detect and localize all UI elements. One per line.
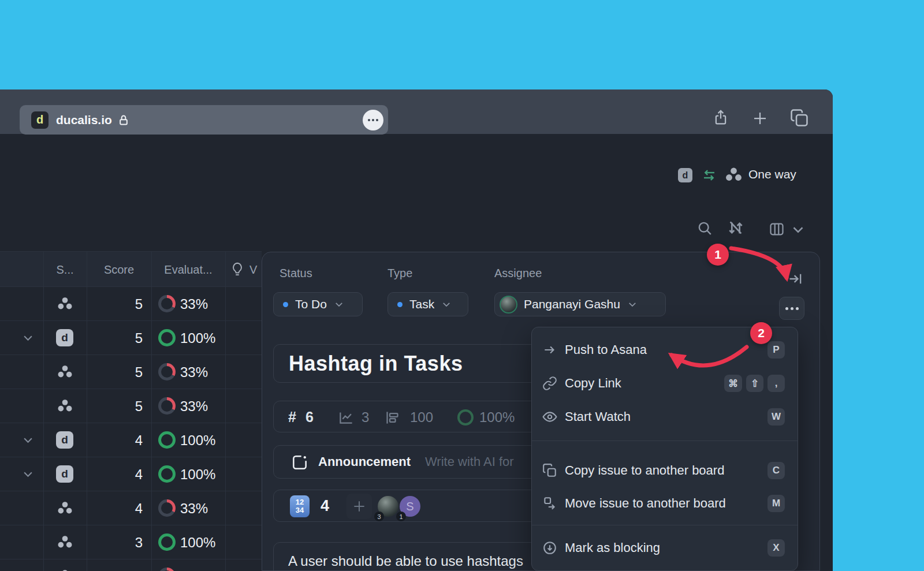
col-evaluation[interactable]: Evaluat...: [151, 252, 225, 288]
address-more-button[interactable]: [363, 110, 383, 130]
menu-separator: [532, 441, 798, 441]
assignee-value: Panganayi Gashu: [524, 297, 620, 311]
menu-item-start-watch[interactable]: Start Watch W: [532, 402, 798, 432]
progress-ring: [158, 533, 176, 551]
asana-source-icon: [57, 364, 73, 379]
progress-ring: [158, 397, 176, 415]
status-value: To Do: [295, 297, 327, 311]
score-cell: 4: [87, 457, 143, 491]
asana-logo-icon: [725, 166, 742, 182]
progress-ring: [158, 363, 176, 380]
menu-separator: [532, 525, 798, 525]
plus-icon: [352, 499, 367, 514]
score-cell: 5: [87, 355, 143, 389]
collapse-panel-icon[interactable]: [788, 271, 804, 287]
percent-cell: 33%: [180, 355, 208, 389]
status-dropdown[interactable]: To Do: [273, 292, 363, 316]
type-dropdown[interactable]: Task: [388, 292, 468, 316]
asana-source-icon: [57, 398, 73, 413]
effort-bars-icon: [385, 410, 400, 426]
score-cell: [87, 559, 143, 571]
menu-item-copy-link[interactable]: Copy Link ⌘ ⇧ ,: [532, 368, 798, 398]
announcement-icon: [290, 453, 309, 472]
expand-chevron-icon[interactable]: [23, 437, 33, 443]
progress-ring: [158, 499, 176, 517]
menu-item-move-issue[interactable]: Move issue to another board M: [532, 488, 798, 518]
shortcut-key: X: [767, 539, 785, 557]
description-text: A user should be able to use hashtags: [288, 553, 523, 569]
progress-ring: [158, 295, 176, 312]
issue-number: 6: [305, 401, 314, 433]
col-source[interactable]: S...: [43, 252, 87, 288]
col-score[interactable]: Score: [87, 252, 151, 288]
address-bar[interactable]: d ducalis.io: [20, 105, 388, 135]
expand-chevron-icon[interactable]: [23, 335, 33, 341]
table-header: S... Score Evaluat... V: [0, 251, 262, 287]
url-text: ducalis.io: [56, 113, 112, 127]
asana-source-icon: [57, 296, 73, 311]
share-icon[interactable]: [712, 107, 729, 128]
completion-value: 100%: [479, 401, 515, 433]
shortcut-key: P: [767, 341, 785, 359]
score-cell: 4: [87, 491, 143, 525]
assignee-avatar: [500, 296, 517, 314]
search-icon[interactable]: [696, 220, 713, 237]
sort-off-icon[interactable]: [726, 219, 745, 237]
menu-item-copy-issue[interactable]: Copy issue to another board C: [532, 456, 798, 486]
table-row[interactable]: 5 33%: [0, 355, 262, 389]
issue-context-menu: Push to Asana P Copy Link ⌘ ⇧ , Start Wa…: [531, 327, 798, 571]
percent-cell: 100%: [180, 525, 215, 559]
shortcut-key: ,: [767, 375, 785, 392]
issue-more-button[interactable]: [779, 297, 804, 320]
table-row[interactable]: 33%: [0, 559, 262, 571]
eye-icon: [542, 409, 557, 424]
percent-cell: 33%: [180, 491, 208, 525]
evaluator-badge: 1: [396, 512, 406, 521]
new-tab-icon[interactable]: [751, 110, 769, 127]
progress-ring: [158, 329, 176, 346]
tab-overview-icon[interactable]: [789, 108, 809, 128]
ducalis-source-icon: d: [56, 465, 73, 483]
percent-cell: 100%: [180, 321, 215, 355]
table-row[interactable]: 4 33%: [0, 491, 262, 525]
assignee-label: Assignee: [494, 267, 542, 280]
asana-source-icon: [57, 569, 73, 571]
columns-icon[interactable]: [768, 221, 785, 237]
type-value: Task: [409, 297, 434, 311]
table-row[interactable]: d 4 100%: [0, 457, 262, 491]
menu-item-mark-blocking[interactable]: Mark as blocking X: [532, 533, 798, 563]
add-evaluator-button[interactable]: [346, 494, 372, 519]
table-row[interactable]: 5 33%: [0, 389, 262, 423]
status-dot: [283, 302, 288, 307]
chevron-down-icon: [442, 302, 450, 307]
sync-arrows-icon: [701, 167, 718, 183]
expand-chevron-icon[interactable]: [23, 471, 33, 477]
browser-toolbar: d ducalis.io: [0, 89, 833, 134]
table-row[interactable]: d 5 100%: [0, 321, 262, 355]
table-row[interactable]: 5 33%: [0, 287, 262, 321]
site-favicon: d: [31, 111, 49, 129]
annotation-step-2: 2: [750, 322, 772, 344]
type-label: Type: [388, 267, 412, 280]
sync-mode-label: One way: [748, 167, 796, 181]
percent-cell: 33%: [180, 559, 208, 571]
score-cell: 5: [87, 321, 143, 355]
assignee-dropdown[interactable]: Panganayi Gashu: [494, 292, 666, 316]
hash-icon: #: [288, 401, 296, 433]
announcement-label: Announcement: [318, 454, 411, 469]
ducalis-badge: d: [678, 168, 692, 182]
table-row[interactable]: 3 100%: [0, 525, 262, 559]
chevron-down-icon[interactable]: [792, 226, 804, 234]
score-cell: 3: [87, 525, 143, 559]
asana-source-icon: [57, 535, 73, 550]
shortcut-key: W: [767, 408, 785, 426]
table-row[interactable]: d 4 100%: [0, 423, 262, 457]
score-cell: 5: [87, 287, 143, 321]
chevron-down-icon: [628, 302, 636, 307]
shortcut-key: M: [767, 495, 785, 512]
ducalis-source-icon: d: [56, 431, 73, 449]
progress-ring: [158, 431, 176, 449]
trend-value: 3: [362, 401, 369, 433]
type-dot: [397, 302, 403, 307]
score-cell: 5: [87, 389, 143, 423]
